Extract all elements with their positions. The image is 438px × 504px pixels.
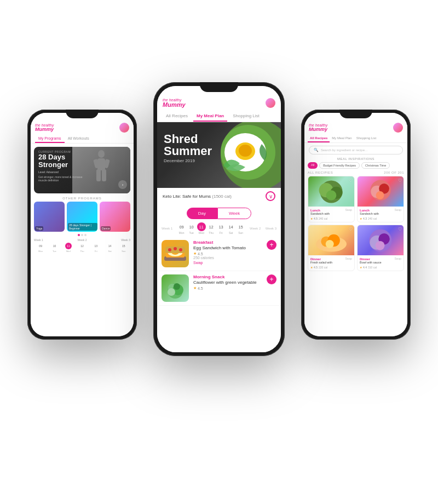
svg-point-18 [179,248,182,251]
tab-all-workouts[interactable]: All Workouts [65,135,93,143]
center-phone: the healthyMummy All Recipes My Meal Pla… [153,82,285,356]
breakfast-thumb [162,240,189,267]
snack-category: Morning Snack [193,274,262,279]
hero-food-image [201,122,281,188]
cday-10[interactable]: 10 Tue [187,222,196,234]
thumb-dance-label: Dance [101,226,111,231]
day-11-active[interactable]: 11 Wed [62,243,75,253]
morning-snack-meal-item: Morning Snack Cauliflower with green veg… [157,271,281,306]
program-title: 28 Days Stronger [38,153,88,169]
right-phone-screen: the healthyMummy All Recipes My Meal Pla… [304,113,407,336]
chip-christmas[interactable]: Christmas Time [361,162,390,169]
recipe-info-2: Lunch Swap Sandwich with ★ 4.3 240 cal [358,207,404,222]
breakfast-add-button[interactable]: + [267,240,276,250]
meal-plan-expand[interactable]: ∨ [266,191,275,201]
right-logo-text: the healthyMummy [309,123,327,132]
breakfast-rating: ★ 4.5 [193,251,262,256]
svg-point-23 [174,283,180,290]
cday-12[interactable]: 12 Thu [207,222,216,234]
cday-13[interactable]: 13 Fri [217,222,226,234]
recipe-card-1[interactable]: ♡ Lunch Swap Sandwich with ★ 4.5 240 cal [308,176,355,222]
recipe-name-3: Fresh salad with [310,261,352,265]
center-app-content: the healthyMummy All Recipes My Meal Pla… [157,86,281,352]
scene: the healthyMummy My Programs All Workout… [0,0,438,504]
recipe-meta-4: ★ 4.4 310 cal [360,266,401,269]
recipe-action-4[interactable]: Swap [394,257,401,260]
meal-plan-label: Keto Lite: Safe for Mums (1500 cal) [163,194,232,199]
snack-name: Cauliflower with green vegetable [193,280,262,285]
thumb-stronger[interactable]: 28 days Stronger | Beginner [67,202,97,232]
right-avatar[interactable] [393,123,403,133]
svg-point-17 [174,247,177,250]
recipe-name-2: Sandwich with [360,212,401,216]
meal-plan-info: Keto Lite: Safe for Mums (1500 cal) ∨ [157,188,281,204]
recipe-star-2: ★ [360,217,362,220]
recipe-star-1: ★ [310,217,313,220]
chip-budget[interactable]: Budget Friendly Recipes [319,162,360,169]
inspiration-chips: All Budget Friendly Recipes Christmas Ti… [304,162,407,169]
toggle-day[interactable]: Day [187,208,217,219]
right-phone: the healthyMummy All Recipes My Meal Pla… [301,110,411,340]
chip-all[interactable]: All [308,162,318,169]
cday-14[interactable]: 14 Sat [227,222,235,234]
tab-my-programs[interactable]: My Programs [35,135,65,143]
tab-my-meal-plan[interactable]: My Meal Plan [193,111,227,122]
center-avatar[interactable] [266,98,275,108]
svg-rect-4 [96,169,101,181]
day-14[interactable]: 14 Sat [103,243,116,253]
day-09[interactable]: 09 Mon [34,243,47,253]
tab-shopping-list-center[interactable]: Shopping List [229,111,262,122]
thumb-yoga[interactable]: Yoga [34,202,65,232]
current-program-card[interactable]: CURRENT PROGRAM 28 Days Stronger Level: … [34,147,130,193]
all-recipes-label: ALL RECIPIES 200 of 201 [304,171,407,174]
recipe-calories-4: 310 cal [368,266,377,269]
recipe-rating-4: 4.4 [363,266,367,269]
tab-all-recipes-center[interactable]: All Recipes [163,111,191,122]
cday-15[interactable]: 15 Sun [237,222,245,234]
recipe-action-2[interactable]: Swap [394,208,401,211]
hero-subtitle: December 2019 [164,158,212,163]
thumb-dance[interactable]: Dance [100,202,130,232]
hero-text: Shred Summer December 2019 [164,133,212,163]
recipe-meta-3: ★ 4.5 220 cal [310,266,352,269]
left-avatar[interactable] [119,123,129,133]
toggle-week[interactable]: Week [217,208,251,219]
tab-all-recipes-right[interactable]: All Recipes [308,135,330,142]
svg-point-31 [376,191,384,199]
svg-point-16 [168,248,171,251]
search-bar[interactable]: 🔍 Search by ingredient or recipe... [309,146,403,154]
recipe-card-2[interactable]: ♡ Lunch Swap Sandwich with ★ 4.3 240 cal [357,176,404,222]
left-phone: the healthyMummy My Programs All Workout… [27,110,137,340]
recipe-card-4[interactable]: ♡ Dinner Swap Bowl with sauce ★ 4.4 310 … [357,225,404,271]
recipe-name-4: Bowl with sauce [360,261,401,265]
day-13[interactable]: 13 Fri [89,243,102,253]
day-12[interactable]: 12 Thu [76,243,89,253]
search-icon: 🔍 [314,148,319,152]
recipe-card-3[interactable]: ♡ Dinner Swap Fresh salad with ★ 4.5 220… [308,225,355,271]
program-card-text: CURRENT PROGRAM 28 Days Stronger Level: … [34,147,92,193]
snack-thumb [162,274,189,302]
tab-meal-plan-right[interactable]: My Meal Plan [330,135,354,142]
left-app-content: the healthyMummy My Programs All Workout… [31,113,134,336]
snack-add-button[interactable]: + [267,274,276,284]
star-icon: ★ [193,251,197,256]
day-15[interactable]: 15 Sun [117,243,130,253]
search-placeholder: Search by ingredient or recipe... [321,148,367,152]
program-chevron[interactable]: › [118,180,127,189]
center-phone-screen: the healthyMummy All Recipes My Meal Pla… [157,86,281,352]
tab-shopping-right[interactable]: Shopping List [354,135,378,142]
week-labels-left: Week 1 Week 2 Week 3 [34,238,130,242]
center-week-strip: Week 1 09 Mon 10 Tue 11 Wed [157,222,281,234]
cday-11-today[interactable]: 11 Wed [197,222,206,234]
right-app-content: the healthyMummy All Recipes My Meal Pla… [304,113,407,336]
recipe-action-1[interactable]: Swap [345,208,352,211]
day-10[interactable]: 10 Tue [48,243,61,253]
svg-point-22 [168,288,175,296]
recipe-calories-2: 240 cal [368,217,377,220]
recipe-heart-3: ♡ [349,227,353,232]
left-tabs: My Programs All Workouts [31,135,134,144]
recipe-star-4: ★ [360,266,362,269]
recipe-action-3[interactable]: Swap [345,257,352,260]
breakfast-swap[interactable]: Swap [193,261,262,265]
cday-09[interactable]: 09 Mon [177,222,186,234]
